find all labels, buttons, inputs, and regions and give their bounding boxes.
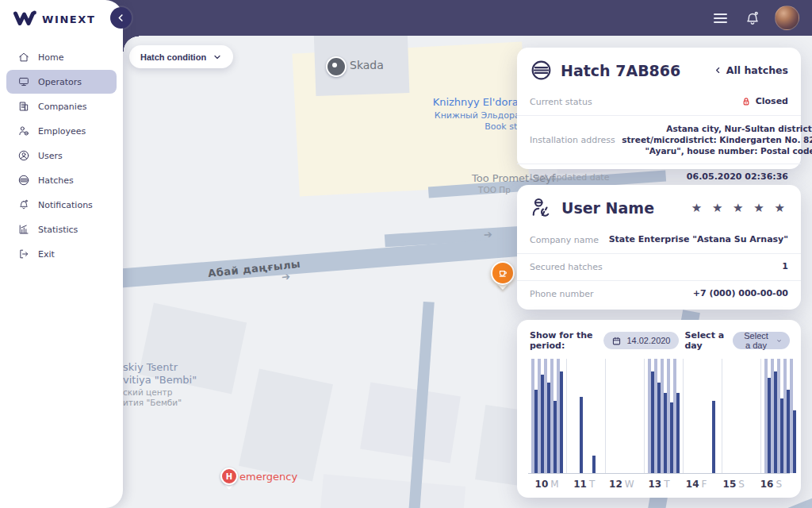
map-building	[239, 368, 333, 481]
row-label: Secured hatches	[530, 262, 603, 272]
sidebar-item-label: Users	[38, 151, 63, 161]
sidebar-item-label: Companies	[38, 102, 86, 112]
all-hatches-link[interactable]: All hatches	[714, 64, 788, 76]
winext-logo-icon	[13, 10, 36, 28]
hatch-pin[interactable]	[491, 261, 515, 291]
hospital-marker-letter: H	[226, 472, 232, 481]
x-axis-label: 13T	[640, 479, 677, 490]
x-axis-label: 14F	[678, 479, 715, 490]
statistics-icon	[17, 223, 30, 236]
chart-day-group-13	[644, 359, 683, 473]
row-label: Company name	[530, 235, 599, 245]
home-icon	[17, 51, 30, 64]
bar-dark	[793, 410, 796, 473]
calendar-icon	[611, 336, 622, 346]
hatch-pin-cup-icon	[491, 261, 515, 285]
hatch-icon	[530, 59, 553, 82]
card-row: Current statusClosed	[517, 89, 801, 116]
rating-stars: ★ ★ ★ ★ ★	[691, 201, 788, 215]
sidebar-item-label: Home	[38, 52, 63, 63]
bookstore-line2: Книжный Эльдорадо	[381, 110, 531, 121]
select-day-label: Select a day	[685, 330, 726, 351]
period-label: Show for the period:	[530, 330, 597, 351]
x-axis-label: 10M	[528, 479, 565, 490]
chart-day-group-14	[683, 359, 722, 473]
card-row: Company nameState Enterprise "Astana Su …	[517, 227, 801, 254]
map-building	[360, 383, 461, 464]
x-axis-label: 12W	[603, 479, 640, 490]
bembi-line1: skiy Tsentr	[123, 361, 178, 373]
menu-icon[interactable]	[710, 10, 730, 26]
skada-marker-icon	[326, 56, 347, 77]
sidebar-item-label: Employees	[38, 126, 86, 137]
emergency-label: emergency	[239, 471, 297, 483]
operator-wrench-icon	[530, 196, 553, 220]
row-label: Last updated date	[530, 172, 609, 183]
bar-dark	[592, 456, 596, 473]
employees-icon	[17, 125, 30, 137]
chart-day-group-16	[760, 359, 799, 473]
bell-icon[interactable]	[743, 9, 762, 28]
row-value: 1	[782, 261, 788, 273]
hospital-marker-icon: H	[220, 468, 238, 485]
select-day-dropdown[interactable]: Select a day	[733, 332, 790, 349]
period-date-button[interactable]: 14.02.2020	[603, 332, 678, 349]
map-building	[320, 474, 466, 508]
user-card-title: User Name	[561, 199, 654, 217]
sidebar-item-users[interactable]: Users	[6, 144, 117, 167]
sidebar-item-companies[interactable]: Companies	[6, 94, 117, 118]
row-value: State Enterprise "Astana Su Arnasy"	[609, 234, 788, 246]
bembi-label: skiy Tsentr vitiya "Bembi" ский центр ит…	[123, 361, 197, 408]
brand-name: WINEXT	[42, 13, 95, 25]
row-label: Installation address	[530, 135, 615, 145]
select-day-value: Select a day	[741, 331, 772, 350]
bar-dark	[580, 397, 583, 473]
sidebar-item-hatches[interactable]: Hatches	[6, 168, 117, 192]
chevron-left-icon	[714, 66, 722, 75]
hatch-condition-label: Hatch condition	[140, 52, 206, 62]
hatches-icon	[17, 174, 30, 187]
sidebar-item-label: Operators	[38, 77, 82, 87]
brand-logo: WINEXT	[0, 0, 123, 28]
bembi-line4: ития "Бемби"	[123, 398, 197, 408]
sidebar-item-employees[interactable]: Employees	[6, 119, 117, 143]
sidebar-item-label: Statistics	[38, 225, 78, 235]
skada-label: Skada	[350, 59, 384, 71]
period-date-value: 14.02.2020	[626, 336, 670, 345]
user-card: User Name ★ ★ ★ ★ ★ Company nameState En…	[517, 185, 801, 310]
bar-dark	[560, 371, 563, 473]
card-row: Secured hatches1	[517, 254, 801, 281]
sidebar-item-notifications[interactable]: Notifications	[6, 193, 117, 217]
sidebar-item-statistics[interactable]: Statistics	[6, 217, 117, 241]
row-value-text: Closed	[756, 96, 788, 108]
row-value-text: 06.05.2020 02:36:36	[687, 171, 788, 183]
row-value: Astana city, Nur-Sultan district, street…	[615, 123, 812, 157]
chevron-left-icon	[116, 13, 126, 23]
bar-dark	[712, 401, 715, 473]
sidebar-collapse-button[interactable]	[110, 7, 132, 29]
row-label: Phone number	[530, 289, 594, 299]
users-icon	[17, 149, 30, 162]
sidebar-item-home[interactable]: Home	[6, 45, 117, 69]
companies-icon	[17, 100, 30, 113]
row-value: Closed	[741, 96, 788, 108]
hatch-card: Hatch 7AB866 All hatches Current statusC…	[517, 48, 801, 169]
row-label: Current status	[530, 97, 592, 107]
row-value: +7 (000) 000-00-00	[693, 288, 788, 300]
exit-icon	[17, 248, 30, 260]
bookstore-line3: Book store	[381, 121, 531, 133]
lock-closed-icon	[741, 96, 752, 107]
x-axis-label: 16S	[753, 479, 790, 490]
chart-day-group-12	[605, 359, 644, 473]
hatch-condition-dropdown[interactable]: Hatch condition	[129, 45, 233, 68]
avatar[interactable]	[775, 6, 799, 30]
sidebar-item-operators[interactable]: Operators	[6, 70, 117, 94]
row-value: 06.05.2020 02:36:36	[687, 171, 788, 183]
bembi-line3: ский центр	[123, 387, 197, 398]
card-row: Phone number+7 (000) 000-00-00	[517, 281, 801, 307]
sidebar-item-exit[interactable]: Exit	[6, 242, 117, 266]
chevron-down-icon	[213, 52, 222, 62]
road-arrow-icon: ➔	[281, 271, 290, 283]
chart-day-group-10	[528, 359, 566, 473]
chart-day-group-11	[566, 359, 605, 473]
